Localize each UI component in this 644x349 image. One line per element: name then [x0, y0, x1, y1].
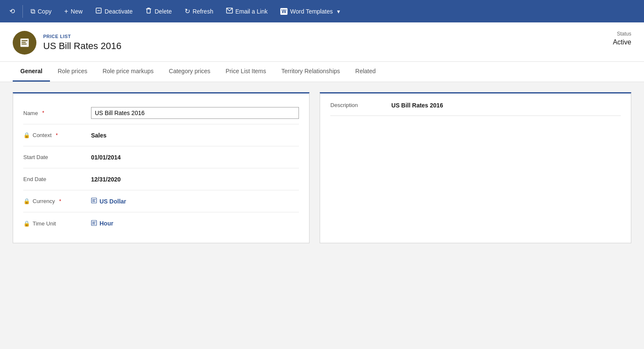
currency-field-row: 🔒 Currency * US Dollar: [23, 190, 299, 212]
time-unit-link-icon: [91, 220, 97, 227]
delete-label: Delete: [155, 8, 171, 15]
word-templates-label: Word Templates: [290, 8, 333, 15]
context-field-label: 🔒 Context *: [23, 132, 91, 138]
copy-button[interactable]: ⧉ Copy: [25, 5, 58, 18]
name-field-row: Name *: [23, 102, 299, 124]
time-unit-link[interactable]: Hour: [91, 220, 113, 227]
toolbar: ⟲ ⧉ Copy + New Deactivate Delete ↻ Refre…: [0, 0, 644, 22]
svg-rect-13: [92, 223, 95, 223]
new-icon: +: [64, 8, 68, 15]
svg-rect-9: [92, 201, 95, 201]
currency-field-label: 🔒 Currency *: [23, 198, 91, 204]
svg-rect-4: [22, 40, 28, 41]
new-label: New: [71, 8, 83, 15]
delete-button[interactable]: Delete: [139, 5, 177, 18]
deactivate-button[interactable]: Deactivate: [89, 5, 138, 18]
refresh-label: Refresh: [193, 8, 213, 15]
tab-role-prices[interactable]: Role prices: [50, 62, 95, 82]
copy-label: Copy: [38, 8, 52, 15]
back-icon: ⟲: [9, 7, 15, 15]
entity-icon: [13, 31, 36, 55]
name-field-label: Name *: [23, 110, 91, 116]
deactivate-label: Deactivate: [105, 8, 133, 15]
status-value: Active: [613, 38, 631, 46]
word-icon: W: [280, 8, 287, 15]
new-button[interactable]: + New: [58, 5, 88, 18]
tabs-container: General Role prices Role price markups C…: [0, 62, 644, 82]
description-row: Description US Bill Rates 2016: [330, 102, 621, 116]
svg-rect-10: [92, 201, 95, 202]
dropdown-arrow-icon: ▾: [337, 8, 340, 15]
currency-link-icon: [91, 198, 97, 205]
tab-related[interactable]: Related: [348, 62, 383, 82]
delete-icon: [145, 7, 152, 16]
name-input[interactable]: [91, 107, 299, 119]
toolbar-separator-1: [22, 5, 23, 18]
header: PRICE LIST US Bill Rates 2016 Status Act…: [0, 22, 644, 62]
right-form-panel: Description US Bill Rates 2016: [320, 92, 631, 243]
email-link-label: Email a Link: [235, 8, 268, 15]
entity-label: PRICE LIST: [43, 34, 122, 39]
name-required-star: *: [42, 110, 44, 116]
context-field-row: 🔒 Context * Sales: [23, 124, 299, 146]
tab-category-prices[interactable]: Category prices: [161, 62, 218, 82]
svg-rect-8: [92, 199, 96, 200]
context-required-star: *: [56, 132, 58, 138]
time-unit-field-row: 🔒 Time Unit Hour: [23, 212, 299, 234]
tab-price-list-items[interactable]: Price List Items: [218, 62, 274, 82]
svg-rect-5: [22, 42, 26, 43]
tab-territory-relationships[interactable]: Territory Relationships: [274, 62, 348, 82]
currency-link[interactable]: US Dollar: [91, 198, 126, 205]
email-icon: [226, 8, 233, 15]
refresh-icon: ↻: [185, 7, 190, 15]
svg-rect-6: [22, 44, 27, 44]
tab-general[interactable]: General: [13, 62, 50, 82]
end-date-field-row: End Date 12/31/2020: [23, 168, 299, 190]
time-unit-label: 🔒 Time Unit: [23, 220, 91, 227]
svg-rect-12: [92, 222, 96, 222]
left-form-panel: Name * 🔒 Context * Sales Start Date 01/0…: [13, 92, 310, 243]
end-date-label: End Date: [23, 176, 91, 182]
currency-lock-icon: 🔒: [23, 198, 30, 204]
context-value: Sales: [91, 132, 299, 139]
context-lock-icon: 🔒: [23, 132, 30, 138]
deactivate-icon: [95, 7, 102, 16]
start-date-value: 01/01/2014: [91, 154, 299, 161]
status-label: Status: [613, 31, 631, 37]
start-date-label: Start Date: [23, 154, 91, 160]
description-value: US Bill Rates 2016: [391, 102, 443, 109]
svg-rect-14: [92, 224, 95, 224]
start-date-field-row: Start Date 01/01/2014: [23, 146, 299, 168]
end-date-value: 12/31/2020: [91, 176, 299, 183]
email-link-button[interactable]: Email a Link: [220, 5, 274, 18]
tab-role-price-markups[interactable]: Role price markups: [95, 62, 161, 82]
copy-icon: ⧉: [30, 8, 35, 15]
time-unit-lock-icon: 🔒: [23, 220, 30, 227]
back-button[interactable]: ⟲: [3, 5, 21, 18]
word-templates-button[interactable]: W Word Templates ▾: [274, 5, 346, 17]
content-area: Name * 🔒 Context * Sales Start Date 01/0…: [0, 82, 644, 253]
currency-required-star: *: [59, 198, 61, 204]
refresh-button[interactable]: ↻ Refresh: [179, 5, 219, 18]
entity-title: US Bill Rates 2016: [43, 41, 122, 52]
description-label: Description: [330, 102, 381, 109]
